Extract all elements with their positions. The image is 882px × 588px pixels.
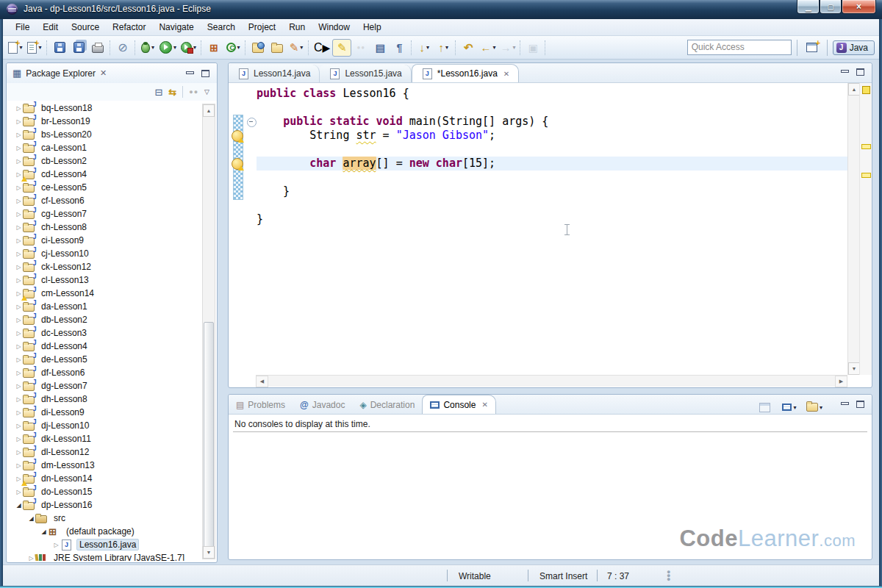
tree-item-ch-lesson8[interactable]: ▷Jch-Lesson8	[7, 220, 202, 234]
editor-horizontal-scrollbar[interactable]: ◀ ▶	[256, 375, 847, 387]
save-button[interactable]	[50, 39, 69, 57]
debug-button[interactable]: ▾	[138, 39, 157, 57]
display-selected-console-button[interactable]: ▾	[780, 398, 799, 416]
restore-button[interactable]: ▢	[820, 0, 842, 14]
tree-collapsed-arrow-icon[interactable]: ▷	[15, 317, 23, 323]
run-last-button[interactable]: ▾	[179, 39, 198, 57]
show-source-of-element-button[interactable]: ▤	[370, 39, 390, 57]
maximize-editor-button[interactable]	[856, 68, 864, 76]
tree-item-dj-lesson10[interactable]: ▷Jdj-Lesson10	[7, 419, 202, 432]
open-console-button[interactable]: ▾	[804, 398, 825, 416]
minimize-console-button[interactable]	[841, 401, 849, 408]
tree-collapsed-arrow-icon[interactable]: ▷	[15, 330, 23, 337]
editor-vertical-scrollbar[interactable]: ▲ ▼	[847, 83, 860, 375]
tree-item-di-lesson9[interactable]: ▷Jdi-Lesson9	[7, 406, 202, 419]
menu-help[interactable]: Help	[356, 20, 388, 35]
tree-collapsed-arrow-icon[interactable]: ▷	[15, 423, 23, 429]
tree-item-dd-lesson4[interactable]: ▷Jdd-Lesson4	[7, 340, 202, 353]
tree-collapsed-arrow-icon[interactable]: ▷	[15, 489, 23, 495]
console-tab-console[interactable]: Console✕	[422, 395, 495, 414]
previous-annotation-button[interactable]: ↑▾	[434, 39, 453, 57]
tree-collapsed-arrow-icon[interactable]: ▷	[15, 409, 23, 416]
tree-collapsed-arrow-icon[interactable]: ▷	[15, 383, 23, 390]
menu-search[interactable]: Search	[201, 20, 242, 35]
tree-item-br-lesson19[interactable]: ▷Jbr-Lesson19	[7, 115, 202, 128]
tree-collapsed-arrow-icon[interactable]: ▷	[15, 237, 23, 244]
tree-item-da-lesson1[interactable]: ▷Jda-Lesson1	[7, 300, 202, 313]
tree-collapsed-arrow-icon[interactable]: ▷	[15, 211, 23, 218]
tree-collapsed-arrow-icon[interactable]: ▷	[15, 436, 23, 442]
tree-item-cg-lesson7[interactable]: ▷Jcg-Lesson7	[7, 207, 202, 220]
tree-item-ck-lesson12[interactable]: ▷Jck-Lesson12	[7, 260, 202, 273]
tree-item-db-lesson2[interactable]: ▷Jdb-Lesson2	[7, 313, 202, 326]
java-perspective-button[interactable]: J Java	[833, 40, 875, 55]
tree-item-cb-lesson2[interactable]: ▷Jcb-Lesson2	[7, 154, 202, 168]
tree-collapsed-arrow-icon[interactable]: ▷	[15, 198, 23, 204]
tree-expanded-arrow-icon[interactable]: ◢	[15, 502, 23, 509]
run-external-tools-button[interactable]: ✎▾	[287, 39, 306, 57]
run-button[interactable]: ▾	[157, 39, 179, 57]
tree-item-lesson16-java[interactable]: ▷Lesson16.java	[7, 538, 202, 551]
scroll-up-button[interactable]: ▲	[203, 104, 215, 117]
tree-collapsed-arrow-icon[interactable]: ▷	[15, 251, 23, 257]
menu-source[interactable]: Source	[65, 20, 106, 35]
new-wizard-button[interactable]: ▾	[6, 39, 25, 57]
mark-occurrences-button[interactable]: ✎	[332, 39, 351, 57]
fold-collapse-icon[interactable]	[247, 118, 257, 127]
editor-tab--lesson16-java[interactable]: *Lesson16.java✕	[412, 64, 519, 82]
tree-item-dl-lesson12[interactable]: ▷Jdl-Lesson12	[7, 445, 202, 459]
tree-item-dg-lesson7[interactable]: ▷Jdg-Lesson7	[7, 379, 202, 392]
warning-mark[interactable]	[861, 173, 871, 178]
tree-item-ce-lesson5[interactable]: ▷Jce-Lesson5	[7, 181, 202, 194]
tree-collapsed-arrow-icon[interactable]: ▷	[15, 370, 23, 376]
open-folder-button[interactable]	[268, 39, 287, 57]
tree-item-bq-lesson18[interactable]: ▷Jbq-Lesson18	[7, 101, 202, 115]
tree-collapsed-arrow-icon[interactable]: ▷	[15, 105, 23, 112]
tree-item-dm-lesson13[interactable]: ▷Jdm-Lesson13	[7, 459, 202, 472]
pin-editor-button[interactable]: ▣	[523, 39, 542, 57]
tree-expanded-arrow-icon[interactable]: ◢	[27, 515, 35, 522]
menu-file[interactable]: File	[9, 20, 36, 35]
tree-item-cf-lesson6[interactable]: ▷Jcf-Lesson6	[7, 194, 202, 207]
menu-navigate[interactable]: Navigate	[152, 20, 200, 35]
tree-item-ci-lesson9[interactable]: ▷Jci-Lesson9	[7, 234, 202, 247]
tree-collapsed-arrow-icon[interactable]: ▷	[15, 449, 23, 456]
tree-item-src[interactable]: ◢src	[7, 512, 202, 525]
tree-item-do-lesson15[interactable]: ▷Jdo-Lesson15	[7, 485, 202, 498]
close-tab-icon[interactable]: ✕	[481, 401, 487, 409]
menu-edit[interactable]: Edit	[36, 20, 65, 35]
tree-collapsed-arrow-icon[interactable]: ▷	[15, 145, 23, 151]
link-with-editor-button[interactable]: ⇆	[168, 87, 176, 98]
quick-access-input[interactable]: Quick Access	[687, 40, 792, 55]
editor-tab-lesson14-java[interactable]: Lesson14.java	[229, 65, 320, 82]
tree-collapsed-arrow-icon[interactable]: ▷	[27, 555, 35, 562]
tree-collapsed-arrow-icon[interactable]: ▷	[15, 356, 23, 363]
tree-collapsed-arrow-icon[interactable]: ▷	[15, 118, 23, 125]
close-view-icon[interactable]: ✕	[100, 68, 107, 78]
tree-collapsed-arrow-icon[interactable]: ▷	[52, 542, 60, 548]
tree-collapsed-arrow-icon[interactable]: ▷	[15, 304, 23, 310]
new-java-class-button[interactable]: ▾	[223, 39, 243, 57]
pin-console-button[interactable]	[756, 398, 775, 416]
scroll-right-button[interactable]: ▶	[835, 376, 847, 387]
open-task-button[interactable]	[248, 39, 268, 57]
tree-collapsed-arrow-icon[interactable]: ▷	[15, 343, 23, 350]
warning-bulb-icon[interactable]	[232, 130, 243, 142]
tree-collapsed-arrow-icon[interactable]: ▷	[15, 158, 23, 165]
menu-refactor[interactable]: Refactor	[106, 20, 152, 35]
tree-collapsed-arrow-icon[interactable]: ▷	[15, 184, 23, 191]
minimize-editor-button[interactable]	[841, 68, 849, 76]
save-all-button[interactable]	[69, 39, 88, 57]
minimize-view-button[interactable]	[186, 70, 194, 77]
next-annotation-button[interactable]: ↓▾	[415, 39, 434, 57]
tree-item-dh-lesson8[interactable]: ▷Jdh-Lesson8	[7, 392, 202, 406]
tree-item-dp-lesson16[interactable]: ◢Jdp-Lesson16	[7, 498, 202, 512]
back-button[interactable]: ←▾	[478, 39, 498, 57]
tree-collapsed-arrow-icon[interactable]: ▷	[15, 277, 23, 284]
last-edit-location-button[interactable]: ↶	[459, 39, 478, 57]
tree-collapsed-arrow-icon[interactable]: ▷	[15, 224, 23, 231]
tree-item-df-lesson6[interactable]: ▷Jdf-Lesson6	[7, 366, 202, 379]
close-tab-icon[interactable]: ✕	[503, 70, 509, 78]
tree-item-de-lesson5[interactable]: ▷Jde-Lesson5	[7, 353, 202, 366]
tree-item-cm-lesson14[interactable]: ▷Jcm-Lesson14	[7, 287, 202, 300]
